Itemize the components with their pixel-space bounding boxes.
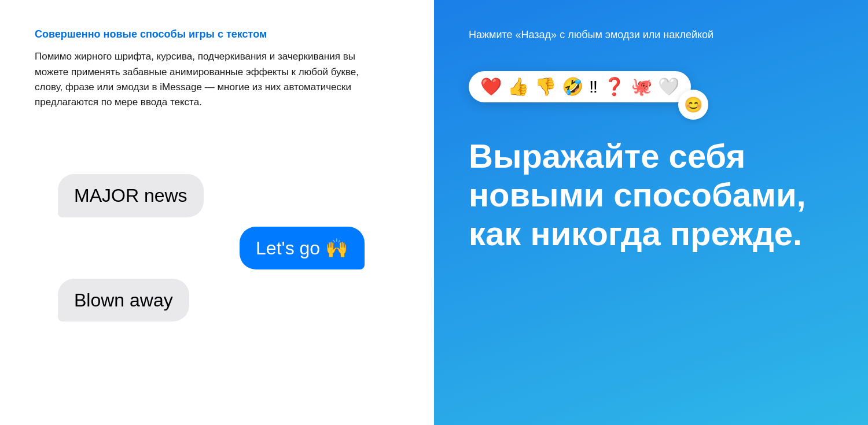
left-panel: Совершенно новые способы игры с текстом … xyxy=(0,0,434,425)
bubble-major-news-text: MAJOR news xyxy=(74,185,187,206)
right-main-text: Выражайте себя новыми способами, как ник… xyxy=(469,137,833,253)
bubble-lets-go-text: Let's go 🙌 xyxy=(256,238,348,258)
reaction-bar: ❤️ 👍 👎 🤣 ‼️ ❓ 🐙 🤍 😊 xyxy=(469,71,691,102)
bubble-row-2: Let's go 🙌 xyxy=(35,227,399,269)
bubble-lets-go: Let's go 🙌 xyxy=(240,227,365,269)
smiley-emoji: 😊 xyxy=(684,96,703,114)
reaction-haha: 🤣 xyxy=(562,78,583,95)
reaction-bar-container: ❤️ 👍 👎 🤣 ‼️ ❓ 🐙 🤍 😊 xyxy=(469,71,833,102)
left-body: Помимо жирного шрифта, курсива, подчерки… xyxy=(35,49,370,110)
reaction-section: ❤️ 👍 👎 🤣 ‼️ ❓ 🐙 🤍 😊 Выражайте себя новым… xyxy=(469,71,833,253)
right-heading: Нажмите «Назад» с любым эмодзи или накле… xyxy=(469,28,833,42)
reaction-thumbsup: 👍 xyxy=(507,78,529,95)
reaction-exclamation: ‼️ xyxy=(589,78,598,95)
reaction-thumbsdown: 👎 xyxy=(535,78,556,95)
bubble-blown-away-text: Blown away xyxy=(74,290,173,311)
smiley-bubble: 😊 xyxy=(678,90,708,120)
bubble-blown-away: Blown away xyxy=(58,279,189,321)
reaction-extra: 🤍 xyxy=(658,78,679,95)
reaction-question: ❓ xyxy=(604,78,625,95)
reaction-heart: ❤️ xyxy=(480,78,502,95)
bubble-row-1: MAJOR news xyxy=(35,174,399,217)
bubble-row-3: Blown away xyxy=(35,279,399,321)
chat-area: MAJOR news Let's go 🙌 Blown away xyxy=(35,110,399,397)
right-panel: Нажмите «Назад» с любым эмодзи или накле… xyxy=(434,0,868,425)
reaction-octopus: 🐙 xyxy=(631,78,652,95)
bubble-major-news: MAJOR news xyxy=(58,174,204,217)
left-text-section: Совершенно новые способы игры с текстом … xyxy=(35,28,399,110)
left-heading: Совершенно новые способы игры с текстом xyxy=(35,28,399,41)
